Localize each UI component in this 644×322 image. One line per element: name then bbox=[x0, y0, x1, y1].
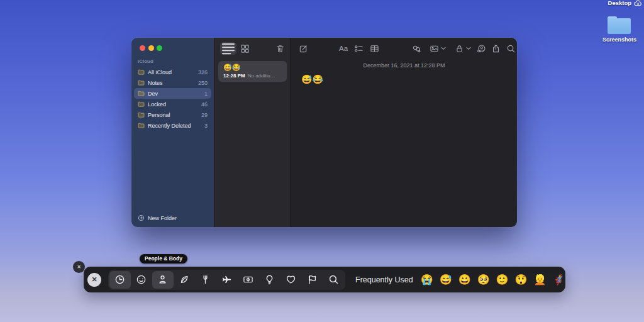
category-activity-button[interactable] bbox=[237, 271, 258, 289]
emoji-button[interactable]: 😀 bbox=[458, 275, 471, 285]
notes-list-pane: 😅😂 12:28 PM No additio… bbox=[214, 38, 291, 227]
category-symbols-button[interactable] bbox=[280, 271, 301, 289]
minimize-window-button[interactable] bbox=[148, 45, 154, 51]
folder-count: 250 bbox=[198, 80, 208, 86]
sidebar-section-header: iCloud bbox=[134, 58, 211, 67]
sidebar-folder-item[interactable]: Dev 1 bbox=[134, 88, 211, 99]
leaf-icon bbox=[179, 274, 189, 285]
new-note-button[interactable] bbox=[297, 43, 309, 54]
list-view-icon bbox=[220, 40, 236, 57]
category-nature-button[interactable] bbox=[174, 271, 195, 289]
note-list-item[interactable]: 😅😂 12:28 PM No additio… bbox=[218, 61, 287, 82]
delete-note-button[interactable] bbox=[275, 44, 285, 53]
note-time: 12:28 PM bbox=[223, 73, 245, 79]
share-button[interactable] bbox=[490, 43, 501, 54]
folder-count: 3 bbox=[204, 123, 208, 129]
note-date-header: December 16, 2021 at 12:28 PM bbox=[291, 62, 517, 69]
share-icon bbox=[491, 44, 501, 53]
folder-icon bbox=[138, 69, 145, 75]
emoji-picker-bar: ✕ ✕ bbox=[84, 267, 565, 292]
frequently-used-emojis: 😭😅😀🥺🙂😲👱🦸 bbox=[421, 275, 565, 285]
sidebar-folder-item[interactable]: Recently Deleted 3 bbox=[134, 120, 211, 131]
category-people-button[interactable] bbox=[152, 271, 174, 289]
gallery-view-button[interactable] bbox=[240, 44, 250, 53]
sidebar-folder-item[interactable]: Personal 29 bbox=[134, 109, 211, 120]
category-travel-button[interactable] bbox=[216, 271, 238, 289]
search-notes-button[interactable] bbox=[505, 43, 516, 54]
emoji-button[interactable]: 😲 bbox=[515, 275, 528, 285]
media-icon bbox=[430, 44, 439, 53]
sidebar-folder-item[interactable]: Notes 250 bbox=[134, 77, 211, 88]
zoom-window-button[interactable] bbox=[157, 45, 162, 51]
note-content[interactable]: 😅😂 bbox=[301, 74, 517, 84]
new-folder-label: New Folder bbox=[148, 215, 177, 221]
compose-icon bbox=[299, 44, 308, 53]
notes-sidebar: iCloud All iCloud 326 bbox=[131, 38, 214, 227]
emoji-button[interactable]: 🦸 bbox=[553, 275, 565, 285]
chevron-down-icon bbox=[441, 46, 446, 51]
plus-circle-icon bbox=[138, 214, 145, 221]
folder-label: Personal bbox=[148, 112, 170, 118]
note-title: 😅😂 bbox=[223, 64, 282, 72]
sidebar-folder-item[interactable]: All iCloud 326 bbox=[134, 67, 211, 77]
category-objects-button[interactable] bbox=[258, 271, 280, 289]
sidebar-folder-item[interactable]: Locked 46 bbox=[134, 99, 211, 109]
table-button[interactable] bbox=[369, 43, 380, 54]
folder-icon bbox=[608, 16, 631, 34]
folder-label: Locked bbox=[148, 101, 166, 108]
link-icon bbox=[412, 44, 421, 53]
smiley-icon bbox=[136, 274, 147, 285]
folder-count: 1 bbox=[204, 91, 208, 97]
close-picker-button[interactable]: ✕ bbox=[87, 273, 101, 287]
search-icon bbox=[506, 44, 516, 53]
media-button[interactable] bbox=[428, 43, 446, 54]
lock-icon bbox=[455, 44, 464, 53]
emoji-button[interactable]: 🙂 bbox=[496, 275, 509, 285]
link-button[interactable] bbox=[411, 43, 422, 54]
folder-label: All iCloud bbox=[148, 69, 172, 75]
sidebar-folder-list: All iCloud 326 Notes 250 bbox=[134, 67, 211, 131]
collaborate-button[interactable] bbox=[475, 43, 487, 54]
desktop-stack-text: Desktop bbox=[608, 0, 631, 6]
folder-icon bbox=[138, 90, 145, 97]
notes-window: iCloud All iCloud 326 bbox=[131, 38, 517, 227]
emoji-button[interactable]: 😅 bbox=[440, 275, 452, 285]
folder-label: Notes bbox=[148, 80, 163, 86]
airplane-icon bbox=[221, 274, 232, 285]
emoji-button[interactable]: 😭 bbox=[421, 275, 433, 285]
note-preview: No additio… bbox=[248, 73, 275, 79]
icloud-status-icon bbox=[634, 0, 642, 6]
category-tooltip: People & Body bbox=[140, 254, 187, 264]
category-food-button[interactable] bbox=[195, 271, 216, 289]
folder-label: Screenshots bbox=[602, 36, 635, 43]
category-smileys-button[interactable] bbox=[131, 271, 152, 289]
format-button[interactable]: Aa bbox=[339, 43, 348, 54]
clock-icon bbox=[114, 274, 125, 285]
gallery-view-icon bbox=[240, 44, 250, 53]
desktop-stack-label[interactable]: Desktop bbox=[608, 0, 642, 6]
desktop: { "desktop": { "stack_label": "Desktop",… bbox=[0, 0, 644, 322]
chevron-down-icon bbox=[466, 46, 471, 51]
screenshots-folder[interactable]: Screenshots bbox=[602, 16, 635, 43]
close-window-button[interactable] bbox=[140, 45, 145, 51]
category-flags-button[interactable] bbox=[301, 271, 323, 289]
folder-icon bbox=[138, 111, 145, 118]
emoji-button[interactable]: 🥺 bbox=[477, 275, 490, 285]
heart-icon bbox=[286, 274, 296, 285]
dismiss-badge-button[interactable]: ✕ bbox=[74, 262, 84, 272]
category-search-button[interactable] bbox=[323, 271, 344, 289]
new-folder-button[interactable]: New Folder bbox=[131, 209, 214, 227]
sports-field-icon bbox=[243, 274, 253, 285]
window-controls bbox=[131, 38, 214, 51]
frequently-used-label: Frequently Used bbox=[355, 275, 413, 284]
checklist-button[interactable] bbox=[353, 43, 364, 54]
category-recents-button[interactable] bbox=[109, 271, 131, 289]
emoji-category-strip bbox=[108, 270, 345, 290]
editor-toolbar: Aa bbox=[291, 38, 517, 59]
add-people-icon bbox=[477, 44, 486, 53]
list-view-button[interactable] bbox=[220, 42, 236, 55]
emoji-button[interactable]: 👱 bbox=[534, 275, 547, 285]
lock-button[interactable] bbox=[453, 43, 471, 54]
folder-count: 46 bbox=[201, 101, 208, 108]
folder-icon bbox=[138, 122, 145, 129]
